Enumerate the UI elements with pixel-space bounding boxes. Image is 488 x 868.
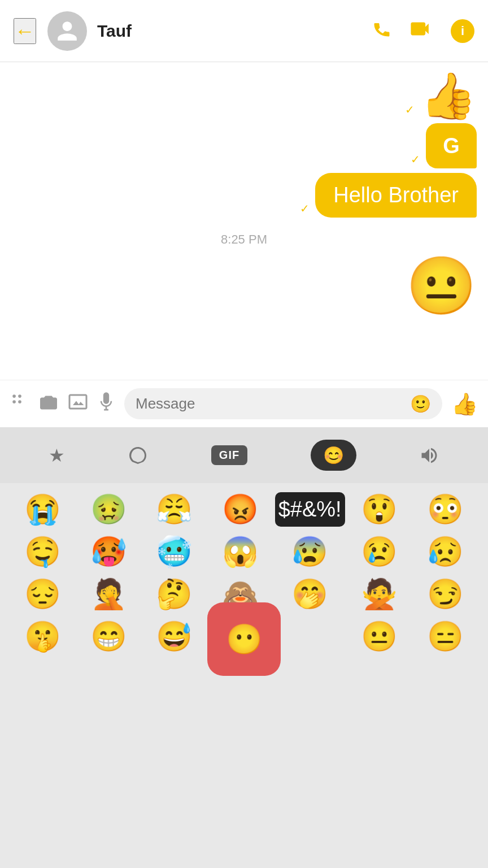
emoji-astonished[interactable]: 😲 [348, 492, 411, 527]
emoji-facepalm[interactable]: 🤦 [77, 577, 140, 611]
emoji-thinking[interactable]: 🤔 [143, 577, 206, 611]
emoji-face-message: 😐 [406, 257, 477, 314]
svg-point-1 [18, 394, 21, 398]
input-bar: 🙂 👍 [0, 380, 488, 427]
emoji-angry-steam[interactable]: 😤 [143, 492, 206, 527]
chat-header: ← Tauf i [0, 0, 488, 62]
emoji-crying[interactable]: 😭 [11, 492, 74, 527]
header-icons: i [372, 19, 474, 43]
emoji-smirk[interactable]: 😏 [414, 577, 477, 611]
svg-point-0 [12, 394, 16, 398]
emoji-crying-sad[interactable]: 😢 [348, 535, 411, 569]
avatar [47, 11, 87, 51]
svg-point-2 [12, 400, 16, 403]
emoji-sweating[interactable]: 😰 [275, 535, 345, 569]
emoji-nausea[interactable]: 🤢 [77, 492, 140, 527]
emoji-drool[interactable]: 🤤 [11, 535, 74, 569]
mic-icon[interactable] [97, 392, 115, 416]
emoji-cold[interactable]: 🥶 [143, 535, 206, 569]
emoji-neutral-2[interactable]: 😐 [348, 619, 411, 654]
gif-tab[interactable]: GIF [211, 445, 247, 465]
thumbs-up-message: 👍 [420, 73, 477, 119]
svg-point-3 [18, 400, 21, 403]
info-button[interactable]: i [451, 19, 474, 43]
message-row-thumbs: ✓ 👍 [11, 73, 477, 119]
message-input-wrapper: 🙂 [124, 388, 442, 419]
gif-badge: GIF [211, 445, 247, 465]
timestamp: 8:25 PM [11, 232, 477, 247]
favorites-tab[interactable]: ★ [49, 445, 65, 466]
emoji-sweat-smile[interactable]: 😅 [143, 619, 206, 654]
message-input[interactable] [136, 395, 403, 413]
call-icon[interactable] [372, 19, 392, 43]
emoji-no-gesture[interactable]: 🙅 [348, 577, 411, 611]
message-row-g: ✓ G [11, 123, 477, 168]
emoji-keyboard: ★ GIF 😊 😭 🤢 😤 😡 $#&%! 😲 😳 🤤 🥵 🥶 [0, 427, 488, 868]
sound-tab[interactable] [419, 445, 439, 466]
read-receipt-2: ✓ [411, 153, 420, 166]
read-receipt-1: ✓ [405, 103, 415, 116]
mic-overlay-button[interactable]: 😶 [207, 602, 281, 676]
dots-grid-icon[interactable] [10, 392, 29, 416]
g-message-bubble: G [426, 123, 477, 168]
image-icon[interactable] [68, 392, 88, 416]
emoji-pensive[interactable]: 😔 [11, 577, 74, 611]
emoji-hot[interactable]: 🥵 [77, 535, 140, 569]
hello-brother-bubble: Hello Brother [315, 173, 477, 218]
contact-name: Tauf [97, 21, 372, 41]
send-thumbs-button[interactable]: 👍 [451, 392, 478, 416]
emoji-grin[interactable]: 😁 [77, 619, 140, 654]
emoji-tab[interactable]: 😊 [311, 440, 356, 471]
read-receipt-3: ✓ [300, 202, 310, 215]
message-row-hello: ✓ Hello Brother [11, 173, 477, 218]
message-row-emoji-face: 😐 [11, 257, 477, 314]
emoji-angry-red[interactable]: 😡 [209, 492, 272, 527]
emoji-hand-over-mouth[interactable]: 🤭 [275, 577, 345, 611]
emoji-sad[interactable]: 😥 [414, 535, 477, 569]
emoji-input-button[interactable]: 🙂 [410, 394, 431, 414]
emoji-shush[interactable]: 🤫 [11, 619, 74, 654]
emoji-swear[interactable]: $#&%! [275, 492, 345, 527]
emoji-screaming[interactable]: 😱 [209, 535, 272, 569]
sticker-tab[interactable] [128, 445, 148, 466]
back-button[interactable]: ← [14, 18, 36, 44]
camera-icon[interactable] [38, 392, 59, 416]
emoji-dizzy-eyes[interactable]: 😳 [414, 492, 477, 527]
video-icon[interactable] [410, 19, 433, 43]
emoji-expressionless[interactable]: 😑 [414, 619, 477, 654]
emoji-keyboard-toolbar: ★ GIF 😊 [0, 427, 488, 483]
